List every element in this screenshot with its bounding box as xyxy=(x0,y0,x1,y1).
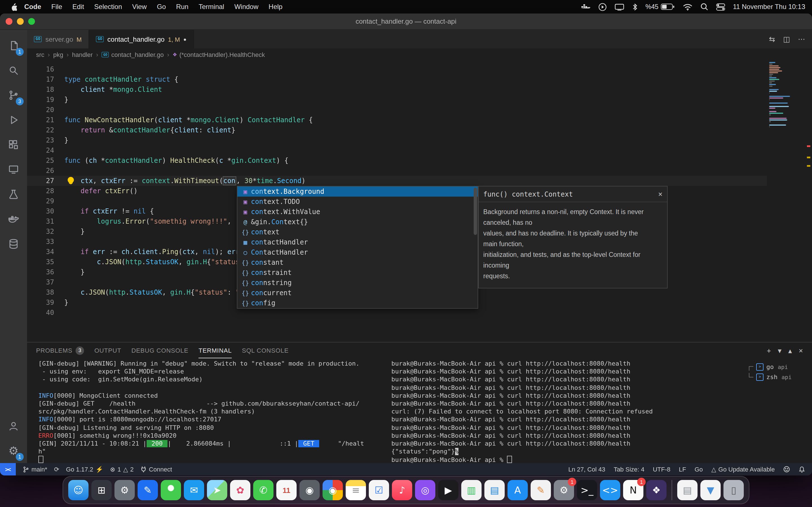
suggestion-ContactHandler[interactable]: ○ContactHandler xyxy=(238,247,477,258)
remote-explorer-icon[interactable] xyxy=(0,157,27,182)
wifi-icon[interactable] xyxy=(682,3,692,10)
dock-chrome[interactable]: ◉ xyxy=(322,480,343,500)
overview-ruler[interactable] xyxy=(806,61,811,342)
control-center-icon[interactable] xyxy=(716,3,725,10)
code-line[interactable]: 21func NewContactHandler(client *mongo.C… xyxy=(27,115,767,125)
code-line[interactable]: 17type contactHandler struct { xyxy=(27,74,767,84)
suggestion-context.WithValue[interactable]: ▣context.WithValue xyxy=(238,207,477,217)
suggestion-constant[interactable]: {}constant xyxy=(238,258,477,268)
problems-status[interactable]: ⊗1 △2 xyxy=(110,463,134,475)
maximize-panel-icon[interactable]: ▴ xyxy=(788,346,792,355)
bluetooth-icon[interactable] xyxy=(632,3,638,11)
dock-pages[interactable]: ✎ xyxy=(530,480,551,500)
dock-vscode[interactable]: <> xyxy=(600,480,620,500)
branch-status[interactable]: main* xyxy=(22,463,47,475)
dock-finder[interactable]: ☺ xyxy=(68,480,89,500)
dock-downloads[interactable]: ▼ xyxy=(700,480,721,500)
breadcrumb-item[interactable]: src xyxy=(36,51,44,58)
display-mirroring-icon[interactable] xyxy=(614,3,624,10)
menu-go[interactable]: Go xyxy=(152,3,171,11)
code-line[interactable]: 40 xyxy=(27,307,767,318)
testing-beaker-icon[interactable] xyxy=(0,182,27,207)
accounts-icon[interactable] xyxy=(0,413,27,438)
menu-selection[interactable]: Selection xyxy=(89,3,127,11)
code-line[interactable]: 24 xyxy=(27,145,767,156)
docker-menu-icon[interactable] xyxy=(580,3,590,10)
connect-button[interactable]: Connect xyxy=(140,463,172,475)
suggestion-concurrent[interactable]: {}concurrent xyxy=(238,288,477,298)
dock-messages[interactable] xyxy=(161,480,181,500)
code-line[interactable]: 25func (ch *contactHandler) HealthCheck(… xyxy=(27,156,767,166)
spotlight-search-icon[interactable] xyxy=(700,3,708,11)
terminal[interactable]: [GIN-debug] [WARNING] Running in "debug"… xyxy=(27,358,812,463)
code-line[interactable]: 27 ctx, ctxErr := context.WithTimeout(co… xyxy=(27,176,767,186)
dock-photos[interactable]: ✿ xyxy=(230,480,250,500)
close-window-button[interactable] xyxy=(6,18,12,25)
tab-server.go[interactable]: GOserver.goM xyxy=(27,30,89,48)
suggest-scrollbar[interactable] xyxy=(474,187,477,235)
terminal-dropdown-icon[interactable]: ▾ xyxy=(778,346,781,355)
dock-documents[interactable]: ▤ xyxy=(677,480,698,500)
settings-gear-icon[interactable]: ⚙ 1 xyxy=(0,438,27,463)
code-line[interactable]: 19} xyxy=(27,95,767,105)
dock-notes[interactable]: ≡ xyxy=(346,480,366,500)
cursor-position-status[interactable]: Ln 27, Col 43 xyxy=(568,463,605,475)
zoom-window-button[interactable] xyxy=(28,18,35,25)
code-line[interactable]: 26 xyxy=(27,166,767,176)
more-actions-icon[interactable]: ⋯ xyxy=(798,35,805,43)
dock-app-store[interactable]: A xyxy=(507,480,528,500)
autocomplete-popup[interactable]: ▣context.Background▣context.TODO▣context… xyxy=(237,186,478,309)
sync-button[interactable]: ⟳ xyxy=(54,463,59,475)
menu-terminal[interactable]: Terminal xyxy=(193,3,229,11)
tab-contact_handler.go[interactable]: GOcontact_handler.go1, M● xyxy=(89,30,194,48)
play-menu-icon[interactable] xyxy=(598,3,606,11)
suggestion-config[interactable]: {}config xyxy=(238,298,477,308)
dock-numbers[interactable]: ▥ xyxy=(461,480,481,500)
menu-clock[interactable]: 11 November Thu 10:13 xyxy=(733,3,805,11)
menu-file[interactable]: File xyxy=(46,3,67,11)
suggestion-constraint[interactable]: {}constraint xyxy=(238,268,477,278)
minimap[interactable] xyxy=(769,62,804,129)
panel-tab-sql-console[interactable]: SQL CONSOLE xyxy=(242,342,289,358)
language-mode-status[interactable]: Go xyxy=(695,463,703,475)
dock-draw[interactable]: ✎ xyxy=(138,480,158,500)
suggestion-&gin.Context{}[interactable]: @&gin.Context{} xyxy=(238,217,477,227)
dock-system-settings[interactable]: ⚙1 xyxy=(554,480,574,500)
indentation-status[interactable]: Tab Size: 4 xyxy=(614,463,645,475)
dock-keynote[interactable]: ▤ xyxy=(485,480,505,500)
dock-reminders[interactable]: ☑ xyxy=(369,480,389,500)
dock-trash[interactable]: ▯ xyxy=(723,480,744,500)
database-icon[interactable] xyxy=(0,231,27,256)
dock-github-desktop[interactable]: ❖ xyxy=(646,480,666,500)
menu-edit[interactable]: Edit xyxy=(67,3,89,11)
dock-mail[interactable]: ✉ xyxy=(184,480,204,500)
panel-tab-terminal[interactable]: TERMINAL xyxy=(199,342,232,358)
menu-help[interactable]: Help xyxy=(264,3,288,11)
code-line[interactable]: 18 client *mongo.Client xyxy=(27,84,767,95)
notifications-bell-icon[interactable] xyxy=(799,463,805,475)
go-version-status[interactable]: Go 1.17.2⚡ xyxy=(66,463,103,475)
dock-launchpad[interactable]: ⊞ xyxy=(91,480,112,500)
minimize-window-button[interactable] xyxy=(17,18,24,25)
lightbulb-icon[interactable] xyxy=(68,177,74,183)
dock-iterm[interactable]: >_ xyxy=(577,480,597,500)
dock-podcasts[interactable]: ◎ xyxy=(415,480,435,500)
panel-tab-problems[interactable]: PROBLEMS3 xyxy=(36,342,84,358)
compare-changes-icon[interactable]: ⇆ xyxy=(769,35,775,43)
code-line[interactable]: 22 return &contactHandler{client: client… xyxy=(27,125,767,135)
encoding-status[interactable]: UTF-8 xyxy=(653,463,670,475)
close-panel-icon[interactable]: × xyxy=(799,346,803,355)
breadcrumb-item[interactable]: GOcontact_handler.go xyxy=(101,51,163,58)
suggestion-context[interactable]: {}context xyxy=(238,227,477,237)
terminal-tab-zsh[interactable]: >zshapi xyxy=(749,372,808,382)
menu-view[interactable]: View xyxy=(127,3,152,11)
code-line[interactable]: 20 xyxy=(27,105,767,115)
run-debug-icon[interactable] xyxy=(0,108,27,132)
new-terminal-icon[interactable]: + xyxy=(767,346,771,355)
dock-music[interactable]: ♪ xyxy=(392,480,412,500)
suggestion-context.TODO[interactable]: ▣context.TODO xyxy=(238,196,477,207)
split-editor-icon[interactable]: ◫ xyxy=(783,35,790,43)
close-icon[interactable]: × xyxy=(658,190,663,198)
editor[interactable]: 1617type contactHandler struct {18 clien… xyxy=(27,61,812,342)
breadcrumb-item[interactable]: ❖(*contactHandler).HealthCheck xyxy=(172,51,265,58)
